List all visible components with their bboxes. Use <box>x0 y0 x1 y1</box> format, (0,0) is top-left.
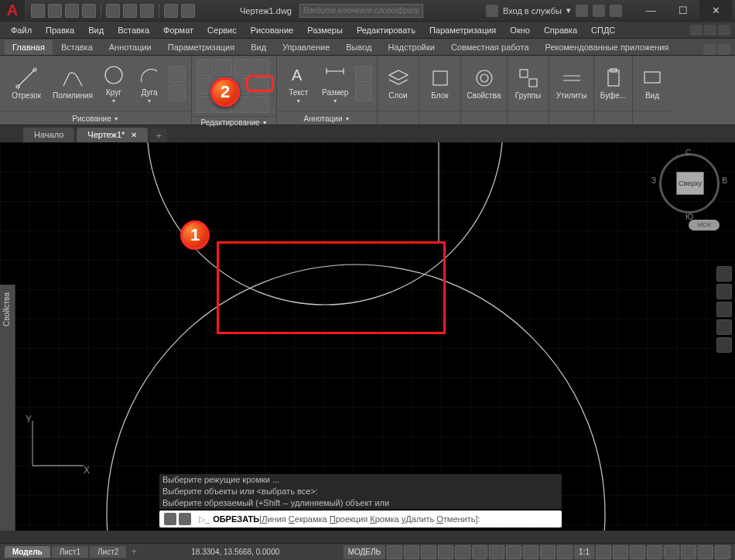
tool-groups[interactable]: Группы <box>512 67 544 100</box>
menu-draw[interactable]: Рисование <box>244 24 299 36</box>
viewcube-wcs[interactable]: МСК <box>689 220 720 230</box>
tool-stretch-icon[interactable] <box>197 96 214 113</box>
menu-window[interactable]: Окно <box>504 24 536 36</box>
tab-featured-apps[interactable]: Рекомендованные приложения <box>538 40 677 55</box>
command-line[interactable]: ▷_ ОБРЕЗАТЬ [Линия Секрамка Проекция Кро… <box>159 510 562 528</box>
tool-utilities[interactable]: Утилиты <box>554 67 589 100</box>
status-customize-icon[interactable] <box>715 545 730 559</box>
qat-open-icon[interactable] <box>48 4 62 18</box>
tab-output[interactable]: Вывод <box>338 40 379 55</box>
viewcube-north[interactable]: С <box>685 149 691 157</box>
user-icon[interactable] <box>486 5 498 17</box>
tool-hatch-icon[interactable] <box>169 84 186 101</box>
tool-move-icon[interactable] <box>197 59 214 76</box>
status-isodraft-icon[interactable] <box>455 545 470 559</box>
doctab-add-button[interactable]: + <box>150 128 167 142</box>
panel-annotation-title[interactable]: Аннотации▼ <box>277 111 377 125</box>
viewcube-face[interactable]: Сверху <box>676 172 704 195</box>
qat-share-icon[interactable] <box>164 4 178 18</box>
maximize-button[interactable]: ☐ <box>667 0 699 22</box>
status-osnap-icon[interactable] <box>472 545 487 559</box>
tool-text[interactable]: A Текст ▼ <box>282 63 316 104</box>
status-scale[interactable]: 1:1 <box>574 545 594 559</box>
tool-trim-icon[interactable] <box>234 59 251 76</box>
menu-help[interactable]: Справка <box>538 24 583 36</box>
tool-polyline[interactable]: Полилиния <box>51 67 94 100</box>
menu-file[interactable]: Файл <box>5 24 38 36</box>
ribbon-collapse-icon[interactable] <box>718 44 730 55</box>
tool-rotate-icon[interactable] <box>215 59 232 76</box>
menu-view[interactable]: Вид <box>82 24 110 36</box>
tool-layers[interactable]: Слои <box>382 67 414 100</box>
tool-block[interactable]: Блок <box>424 67 456 100</box>
status-ortho-icon[interactable] <box>421 545 436 559</box>
tab-annotate[interactable]: Аннотации <box>101 40 159 55</box>
exchange-icon[interactable] <box>576 5 588 17</box>
tab-parametric[interactable]: Параметризация <box>160 40 242 55</box>
menu-insert[interactable]: Вставка <box>111 24 156 36</box>
sidebar-properties[interactable]: Свойства <box>0 285 15 531</box>
nav-showmotion-icon[interactable] <box>716 337 732 353</box>
nav-zoom-icon[interactable] <box>716 302 732 317</box>
doc-close-button[interactable] <box>718 25 730 36</box>
tool-arc[interactable]: Дуга ▼ <box>133 63 166 104</box>
layout-model[interactable]: Модель <box>5 546 50 558</box>
layout-sheet1[interactable]: Лист1 <box>52 546 88 558</box>
status-model-button[interactable]: МОДЕЛЬ <box>344 545 385 559</box>
tab-manage[interactable]: Управление <box>275 40 337 55</box>
status-units-icon[interactable] <box>613 545 628 559</box>
drawing-canvas[interactable]: Свойства Сверху С Ю В З МСК Y X Выберите… <box>0 142 735 531</box>
status-quickprops-icon[interactable] <box>630 545 645 559</box>
status-annoscale-icon[interactable] <box>557 545 573 559</box>
help-icon[interactable] <box>610 5 622 17</box>
tool-properties[interactable]: Свойства <box>466 67 502 100</box>
tool-erase-icon[interactable] <box>252 59 269 76</box>
nav-orbit-icon[interactable] <box>716 319 732 335</box>
tool-offset-icon[interactable] <box>252 96 269 113</box>
nav-pan-icon[interactable] <box>716 284 732 299</box>
tab-insert[interactable]: Вставка <box>53 40 101 55</box>
status-cycling-icon[interactable] <box>540 545 556 559</box>
minimize-button[interactable]: — <box>634 0 667 22</box>
qat-save-icon[interactable] <box>65 4 79 18</box>
status-lineweight-icon[interactable] <box>506 545 521 559</box>
status-lock-icon[interactable] <box>647 545 662 559</box>
qat-undo-icon[interactable] <box>123 4 137 18</box>
tool-view[interactable]: Вид <box>638 67 667 100</box>
tool-rectangle-icon[interactable] <box>169 66 186 83</box>
qat-saveas-icon[interactable] <box>82 4 96 18</box>
close-button[interactable]: ✕ <box>699 0 732 22</box>
tab-collaborate[interactable]: Совместная работа <box>443 40 537 55</box>
menu-format[interactable]: Формат <box>157 24 200 36</box>
doctab-start[interactable]: Начало <box>23 128 74 142</box>
status-isolate-icon[interactable] <box>664 545 679 559</box>
doctab-drawing[interactable]: Чертеж1*✕ <box>77 128 148 142</box>
menu-modify[interactable]: Редактировать <box>350 24 422 36</box>
search-input[interactable] <box>299 4 423 18</box>
status-clean-icon[interactable] <box>698 545 713 559</box>
status-snap-icon[interactable] <box>404 545 419 559</box>
tool-leader-icon[interactable] <box>355 66 372 83</box>
status-polar-icon[interactable] <box>438 545 453 559</box>
app-logo[interactable]: A <box>0 0 25 22</box>
tool-clipboard[interactable]: Буфе... <box>599 67 627 100</box>
status-transparency-icon[interactable] <box>523 545 538 559</box>
cmd-close-icon[interactable] <box>164 513 176 525</box>
qat-redo-icon[interactable] <box>140 4 154 18</box>
status-grid-icon[interactable] <box>387 545 402 559</box>
menu-edit[interactable]: Правка <box>39 24 80 36</box>
layout-add-button[interactable]: + <box>128 546 140 558</box>
status-gear-icon[interactable] <box>596 545 611 559</box>
doctab-close-icon[interactable]: ✕ <box>131 131 137 139</box>
menu-dimension[interactable]: Размеры <box>301 24 349 36</box>
cmd-config-icon[interactable] <box>179 513 191 525</box>
app-store-icon[interactable] <box>593 5 605 17</box>
qat-dropdown-icon[interactable] <box>181 4 195 18</box>
status-otrack-icon[interactable] <box>489 545 504 559</box>
nav-wheel-icon[interactable] <box>716 266 732 282</box>
status-hardware-icon[interactable] <box>681 545 696 559</box>
tool-dimension[interactable]: Размер ▼ <box>319 63 353 104</box>
menu-tools[interactable]: Сервис <box>201 24 243 36</box>
layout-sheet2[interactable]: Лист2 <box>90 546 126 558</box>
tool-circle[interactable]: Круг ▼ <box>97 63 130 104</box>
